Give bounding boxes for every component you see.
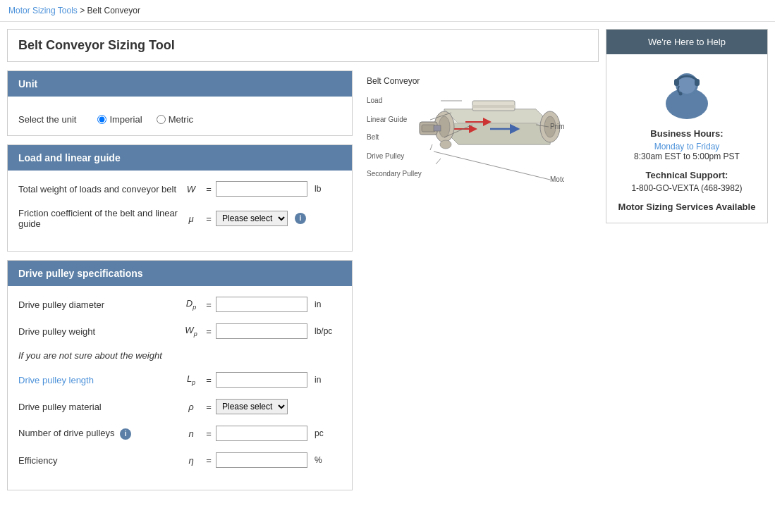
pulley-diameter-input-group: in xyxy=(216,297,321,312)
pulley-diameter-symbol: Dp xyxy=(181,298,202,311)
efficiency-input-group: % xyxy=(216,452,322,468)
total-weight-row: Total weight of loads and conveyor belt … xyxy=(18,181,341,197)
forms-column: Unit Select the unit Imperial Metric xyxy=(7,70,353,499)
num-pulleys-row: Number of drive pulleys i n = pc xyxy=(18,426,341,441)
pulley-length-input-group: in xyxy=(216,372,321,388)
weight-note: If you are not sure about the weight xyxy=(18,350,341,361)
imperial-radio[interactable] xyxy=(97,115,106,124)
pulley-weight-input-group: lb/pc xyxy=(216,323,332,339)
total-weight-eq: = xyxy=(202,184,216,194)
help-hours-label: Business Hours: xyxy=(650,128,723,139)
svg-line-22 xyxy=(434,151,550,180)
svg-rect-13 xyxy=(422,125,435,132)
num-pulleys-label: Number of drive pulleys i xyxy=(18,428,181,440)
pulley-diameter-input[interactable] xyxy=(216,297,307,312)
pulley-diameter-label: Drive pulley diameter xyxy=(18,299,181,310)
svg-rect-14 xyxy=(434,125,441,131)
total-weight-symbol: W xyxy=(181,184,202,194)
diagram-column: Belt Conveyor xyxy=(360,70,599,499)
pulley-length-label: Drive pulley length xyxy=(18,375,181,385)
svg-point-28 xyxy=(679,92,683,96)
pulley-weight-symbol: Wp xyxy=(181,325,202,338)
label-linear-guide: Linear Guide xyxy=(367,116,408,123)
imperial-label: Imperial xyxy=(109,114,142,125)
unit-body: Select the unit Imperial Metric xyxy=(8,97,352,135)
svg-rect-4 xyxy=(472,105,515,108)
pulley-weight-input[interactable] xyxy=(216,323,307,339)
label-motor: Motor xyxy=(550,175,564,183)
svg-marker-2 xyxy=(444,123,550,144)
pulley-material-label: Drive pulley material xyxy=(18,402,181,412)
svg-line-20 xyxy=(430,144,432,150)
pulley-material-symbol: ρ xyxy=(181,402,202,412)
svg-rect-26 xyxy=(674,79,679,86)
sidebar: We're Here to Help xyxy=(606,29,768,499)
pulley-material-row: Drive pulley material ρ = Please select xyxy=(18,399,341,414)
main-content: Belt Conveyor Sizing Tool Unit Select th… xyxy=(7,29,599,499)
breadcrumb-parent[interactable]: Motor Sizing Tools xyxy=(8,6,78,16)
help-body: Business Hours: Monday to Friday 8:30am … xyxy=(606,54,767,223)
help-box: We're Here to Help xyxy=(606,29,768,223)
svg-rect-27 xyxy=(695,79,700,86)
diagram-title: Belt Conveyor xyxy=(367,76,420,86)
belt-conveyor-diagram: Belt Conveyor xyxy=(360,74,564,222)
pulley-material-eq: = xyxy=(202,402,216,412)
pulley-weight-eq: = xyxy=(202,326,216,337)
label-primary-pulley: Primary Pulley xyxy=(550,123,564,130)
help-support: Technical Support: xyxy=(617,170,757,180)
help-support-label: Technical Support: xyxy=(617,170,757,180)
svg-point-15 xyxy=(440,140,451,149)
help-hours-days: Monday to Friday xyxy=(617,142,757,151)
efficiency-row: Efficiency η = % xyxy=(18,452,341,468)
breadcrumb: Motor Sizing Tools > Belt Conveyor xyxy=(0,0,775,22)
pulley-diameter-row: Drive pulley diameter Dp = in xyxy=(18,297,341,312)
friction-input-group: Please select i xyxy=(216,211,306,226)
breadcrumb-separator: > xyxy=(80,6,87,16)
label-drive-pulley: Drive Pulley xyxy=(367,152,404,160)
unit-select-label: Select the unit xyxy=(18,114,76,125)
num-pulleys-info-icon[interactable]: i xyxy=(120,428,131,440)
pulley-material-input-group: Please select xyxy=(216,399,288,414)
num-pulleys-input[interactable] xyxy=(216,426,307,441)
total-weight-input[interactable] xyxy=(216,181,307,197)
total-weight-input-group: lb xyxy=(216,181,321,197)
friction-symbol: μ xyxy=(181,214,202,224)
pulley-length-eq: = xyxy=(202,375,216,385)
pulley-length-unit: in xyxy=(315,375,321,385)
pulley-weight-label: Drive pulley weight xyxy=(18,326,181,337)
help-header: We're Here to Help xyxy=(606,30,767,54)
drive-pulley-section: Drive pulley specifications Drive pulley… xyxy=(7,260,353,490)
friction-label: Friction coefficient of the belt and lin… xyxy=(18,208,181,229)
pulley-length-input[interactable] xyxy=(216,372,307,388)
pulley-diameter-unit: in xyxy=(315,299,321,309)
pulley-weight-unit: lb/pc xyxy=(315,326,332,336)
load-linear-section: Load and linear guide Total weight of lo… xyxy=(7,144,353,252)
label-secondary-pulley: Secondary Pulley xyxy=(367,170,422,178)
pulley-diameter-eq: = xyxy=(202,299,216,310)
drive-pulley-body: Drive pulley diameter Dp = in Drive pull… xyxy=(8,286,352,490)
breadcrumb-current: Belt Conveyor xyxy=(87,6,140,16)
efficiency-eq: = xyxy=(202,455,216,466)
num-pulleys-unit: pc xyxy=(315,428,324,438)
label-load: Load xyxy=(367,97,382,104)
help-services: Motor Sizing Services Available xyxy=(617,202,757,212)
pulley-material-select[interactable]: Please select xyxy=(216,399,288,414)
help-hours: Business Hours: xyxy=(617,128,757,139)
metric-option[interactable]: Metric xyxy=(157,114,193,125)
efficiency-label: Efficiency xyxy=(18,455,181,466)
total-weight-unit: lb xyxy=(315,184,321,194)
friction-info-icon[interactable]: i xyxy=(295,213,306,224)
unit-section: Unit Select the unit Imperial Metric xyxy=(7,70,353,136)
metric-radio[interactable] xyxy=(157,115,166,124)
help-hours-time: 8:30am EST to 5:00pm PST xyxy=(617,151,757,161)
friction-select[interactable]: Please select xyxy=(216,211,288,226)
pulley-weight-row: Drive pulley weight Wp = lb/pc xyxy=(18,323,341,339)
num-pulleys-eq: = xyxy=(202,428,216,439)
num-pulleys-symbol: n xyxy=(181,428,202,439)
imperial-option[interactable]: Imperial xyxy=(97,114,142,125)
efficiency-symbol: η xyxy=(181,455,202,466)
pulley-length-row: Drive pulley length Lp = in xyxy=(18,372,341,388)
unit-select-row: Select the unit Imperial Metric xyxy=(18,114,341,125)
svg-line-21 xyxy=(436,159,441,164)
efficiency-input[interactable] xyxy=(216,452,307,468)
